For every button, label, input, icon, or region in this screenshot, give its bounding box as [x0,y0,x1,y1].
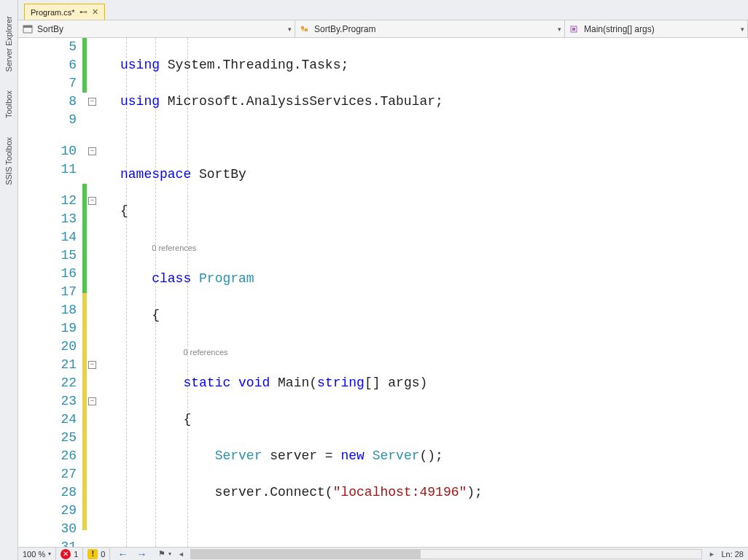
zoom-level[interactable]: 100 %▾ [18,548,56,560]
nav-back-button[interactable]: ← [114,548,130,560]
codelens-references[interactable]: 0 references [183,348,227,357]
class-icon [300,25,310,34]
svg-rect-3 [305,28,308,31]
status-bar: 100 %▾ ✕ 1 ! 0 ← → ⚑▾ ◄ ► Ln: 28 [18,547,748,560]
error-count[interactable]: ✕ 1 [56,548,83,560]
error-icon: ✕ [61,549,71,559]
fold-toggle[interactable]: − [88,361,96,369]
dock-tab-toolbox[interactable]: Toolbox [3,88,15,121]
nav-forward-button[interactable]: → [133,548,149,560]
fold-toggle[interactable]: − [88,147,96,155]
dock-tab-server-explorer[interactable]: Server Explorer [3,13,15,74]
horizontal-scrollbar[interactable] [190,549,702,559]
project-icon [23,25,33,34]
code-content[interactable]: using System.Threading.Tasks; using Micr… [120,38,748,547]
dock-tab-ssis-toolbox[interactable]: SSIS Toolbox [3,134,15,188]
left-dock: Server Explorer Toolbox SSIS Toolbox [0,0,18,560]
tab-strip: Program.cs* ⊷ ✕ [18,0,748,20]
nav-scope-dropdown[interactable]: SortBy ▾ [18,20,295,37]
nav-strip: SortBy ▾ SortBy.Program ▾ Main(string[] … [18,20,748,38]
scrollbar-thumb[interactable] [191,550,421,559]
warning-icon: ! [87,549,98,559]
chevron-down-icon: ▾ [741,26,744,33]
svg-rect-2 [301,26,304,29]
nav-type-label: SortBy.Program [314,24,375,34]
warning-count[interactable]: ! 0 [83,548,110,560]
chevron-down-icon: ▾ [288,26,292,33]
pin-icon[interactable]: ⊷ [79,7,87,17]
scroll-left-button[interactable]: ◄ [176,549,186,559]
fold-toggle[interactable]: − [88,197,96,205]
close-icon[interactable]: ✕ [92,7,98,17]
svg-rect-7 [572,28,575,31]
fold-toggle[interactable]: − [88,98,96,106]
nav-type-dropdown[interactable]: SortBy.Program ▾ [295,20,565,37]
tab-program-cs[interactable]: Program.cs* ⊷ ✕ [24,4,105,20]
svg-rect-1 [23,26,32,28]
tab-title: Program.cs* [31,8,75,17]
method-icon [569,25,580,34]
scroll-right-button[interactable]: ► [706,549,717,559]
fold-toggle[interactable]: − [88,397,96,405]
outline-column: − − − − − [87,38,117,547]
cursor-position: Ln: 28 [717,548,748,560]
flag-icon[interactable]: ⚑ [158,549,165,559]
chevron-down-icon: ▾ [558,26,561,33]
nav-member-dropdown[interactable]: Main(string[] args) ▾ [565,20,748,37]
nav-scope-label: SortBy [37,24,63,34]
code-editor[interactable]: 5 6 7 8 9 10 11 12 13 14 15 16 17 18 19 … [18,38,748,547]
codelens-references[interactable]: 0 references [152,244,196,252]
line-number-gutter: 5 6 7 8 9 10 11 12 13 14 15 16 17 18 19 … [18,38,82,547]
nav-member-label: Main(string[] args) [584,24,655,34]
